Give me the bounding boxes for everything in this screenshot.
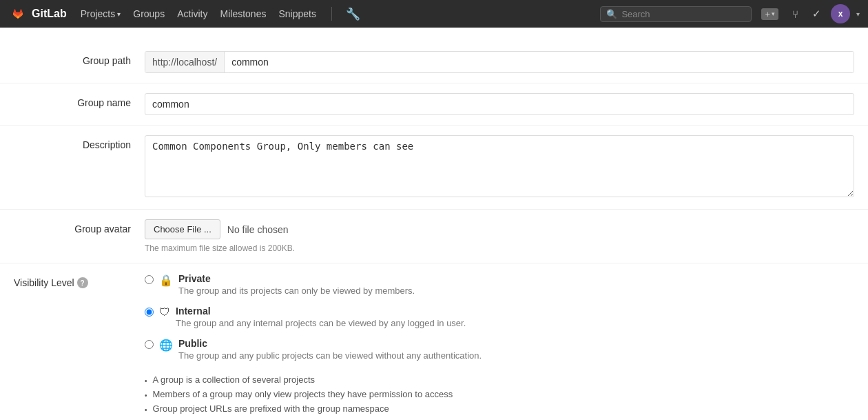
avatar-chevron-icon: ▾ (856, 10, 860, 18)
group-avatar-wrap: Choose File ... No file chosen The maxim… (145, 219, 868, 253)
private-title: Private (178, 273, 415, 284)
note-item-2: • Members of a group may only view proje… (145, 389, 854, 399)
nav-snippets[interactable]: Snippets (273, 6, 321, 22)
visibility-options-wrap: 🔒 Private The group and its projects can… (145, 273, 868, 418)
internal-desc: The group and any internal projects can … (176, 318, 466, 328)
description-wrap: Common Components Group, Only members ca… (145, 135, 868, 199)
bullet-icon-3: • (145, 406, 147, 414)
description-field: Description Common Components Group, Onl… (0, 126, 868, 210)
file-input-wrap: Choose File ... No file chosen (145, 219, 854, 239)
visibility-radio-private[interactable] (145, 275, 154, 284)
globe-icon: 🌐 (159, 339, 173, 352)
file-size-hint: The maximum file size allowed is 200KB. (145, 243, 854, 253)
nav-groups[interactable]: Groups (127, 6, 170, 22)
issues-button[interactable]: ✓ (808, 5, 825, 23)
bullet-icon-1: • (145, 377, 147, 385)
shield-icon: 🛡 (159, 306, 170, 319)
private-desc: The group and its projects can only be v… (178, 286, 415, 296)
nav-divider (331, 7, 332, 21)
search-container: 🔍 (600, 6, 752, 22)
group-path-input[interactable] (225, 52, 854, 72)
nav-links: Projects ▾ Groups Activity Milestones Sn… (75, 6, 322, 22)
main-content: Group path http://localhost/ Group name … (0, 28, 868, 420)
visibility-radio-public[interactable] (145, 340, 154, 349)
brand-name: GitLab (32, 8, 67, 20)
file-name-label: No file chosen (227, 224, 289, 235)
group-name-wrap (145, 93, 868, 115)
nav-projects[interactable]: Projects ▾ (75, 6, 127, 22)
description-label: Description (0, 135, 145, 150)
notes-list: • A group is a collection of several pro… (145, 374, 854, 414)
nav-activity[interactable]: Activity (172, 6, 213, 22)
public-desc: The group and any public projects can be… (178, 350, 482, 361)
visibility-option-public: 🌐 Public The group and any public projec… (145, 338, 854, 361)
visibility-label: Visibility Level ? (0, 273, 145, 288)
visibility-option-internal: 🛡 Internal The group and any internal pr… (145, 306, 854, 328)
description-input[interactable]: Common Components Group, Only members ca… (145, 135, 854, 197)
plus-button[interactable]: + ▾ (757, 6, 783, 23)
group-name-input[interactable] (145, 93, 854, 115)
wrench-button[interactable]: 🔧 (342, 4, 364, 24)
group-name-label: Group name (0, 93, 145, 108)
nav-milestones[interactable]: Milestones (215, 6, 272, 22)
search-input[interactable] (621, 9, 745, 19)
group-avatar-field: Group avatar Choose File ... No file cho… (0, 210, 868, 263)
choose-file-button[interactable]: Choose File ... (145, 219, 220, 239)
group-name-field: Group name (0, 83, 868, 126)
search-icon: 🔍 (606, 9, 617, 19)
group-path-field: Group path http://localhost/ (0, 41, 868, 83)
internal-title: Internal (176, 306, 466, 317)
navbar: GitLab Projects ▾ Groups Activity Milest… (0, 0, 868, 28)
path-prefix: http://localhost/ (145, 52, 225, 72)
visibility-options: 🔒 Private The group and its projects can… (145, 273, 854, 361)
merge-requests-button[interactable]: ⑂ (788, 6, 803, 23)
visibility-option-private: 🔒 Private The group and its projects can… (145, 273, 854, 296)
visibility-radio-internal[interactable] (145, 308, 154, 317)
user-avatar-button[interactable]: x (831, 4, 850, 23)
plus-chevron-icon: ▾ (772, 10, 775, 17)
brand-logo[interactable]: GitLab (8, 4, 67, 23)
visibility-help-icon[interactable]: ? (77, 277, 88, 288)
chevron-down-icon: ▾ (117, 10, 121, 18)
group-path-label: Group path (0, 51, 145, 66)
group-path-wrap: http://localhost/ (145, 51, 868, 73)
public-title: Public (178, 338, 482, 349)
lock-icon: 🔒 (159, 274, 173, 287)
visibility-field: Visibility Level ? 🔒 Private The group a… (0, 263, 868, 420)
note-item-1: • A group is a collection of several pro… (145, 374, 854, 385)
bullet-icon-2: • (145, 392, 147, 399)
group-avatar-label: Group avatar (0, 219, 145, 234)
path-input-group: http://localhost/ (145, 51, 854, 73)
note-item-3: • Group project URLs are prefixed with t… (145, 403, 854, 414)
